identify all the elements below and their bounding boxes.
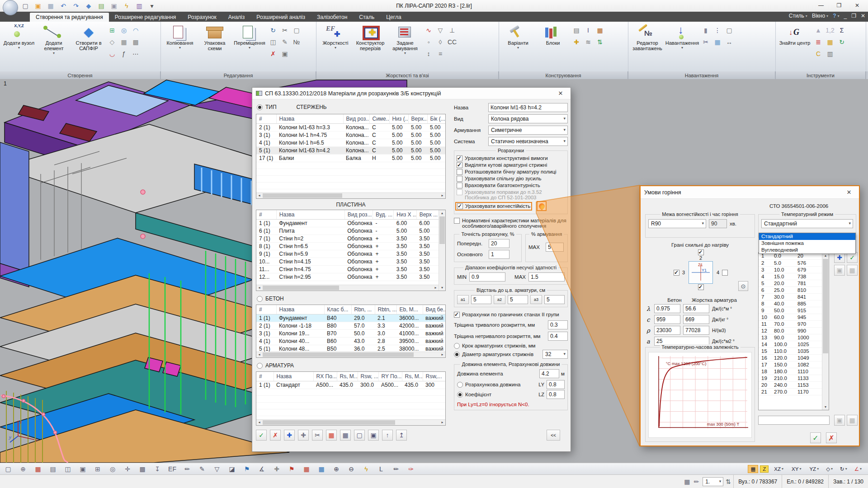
copy-doc-icon[interactable]: ▢	[354, 430, 365, 441]
lambda-rebar-input[interactable]: 56.6	[683, 304, 709, 313]
table-row[interactable]: 2 (1)Колони lvl1-63 h=3.3Колона...С5.005…	[256, 124, 446, 131]
c-concrete-input[interactable]: 959	[654, 315, 680, 324]
z-cube-button[interactable]: Z	[760, 465, 769, 473]
column-header[interactable]: #	[256, 372, 274, 381]
table-row[interactable]: 19210.01133	[759, 375, 822, 381]
orbit-icon[interactable]: ⊕	[19, 465, 28, 473]
column-header[interactable]: Вуд. ...	[373, 210, 394, 220]
node-series-icon[interactable]: ⋯	[130, 48, 141, 59]
erase-icon[interactable]: ✗	[268, 48, 278, 59]
hammer-section-icon[interactable]: ✚	[272, 465, 281, 473]
ribbon-button-loads[interactable]: Навантаження▾	[665, 23, 699, 70]
camera-icon[interactable]: ▣	[109, 2, 118, 9]
frame-icon[interactable]: ⊞	[107, 25, 118, 36]
radio-step-row[interactable]: Крок арматурних стрижнів, мм	[454, 343, 568, 349]
move-tool-icon[interactable]: ✛	[123, 465, 132, 473]
table-row[interactable]: 6 (1)ПлитаОболонка-5.005.00	[256, 227, 439, 235]
radio-diameter[interactable]	[454, 352, 460, 357]
column-header[interactable]: Назва	[276, 114, 343, 124]
tab-2[interactable]: Розрахунок	[182, 13, 222, 22]
table-row[interactable]: 12...Стіни h=2.95Оболонка+3.503.50	[256, 273, 439, 281]
face-bottom-checkbox[interactable]	[698, 284, 704, 290]
face-top-checkbox[interactable]	[698, 249, 704, 255]
apply-icon[interactable]: ✓	[256, 430, 267, 441]
column-header[interactable]: RX По...	[313, 372, 337, 381]
column-header[interactable]: Rbn, ...	[351, 305, 375, 314]
menu-style[interactable]: Стиль▾	[789, 13, 807, 19]
numbers-icon[interactable]: 1,2	[825, 25, 835, 36]
a2-icon[interactable]: a2	[494, 295, 505, 304]
table-row[interactable]: 3 (1)Колони lvl-1 h=4.75Колона...С5.005.…	[256, 131, 446, 139]
add-green-icon[interactable]: ⇅	[594, 37, 605, 47]
truss-icon[interactable]: ◇	[107, 37, 118, 47]
note-input[interactable]	[758, 416, 830, 425]
tab-0[interactable]: Створення та редагування	[30, 13, 109, 22]
checkbox-item-5[interactable]: Ураховувати поправки до п.3.52 Посібника…	[457, 189, 565, 200]
column-header[interactable]: Назва	[276, 210, 344, 220]
cancel-button[interactable]: ✗	[826, 432, 837, 443]
max-input[interactable]: 1.5	[528, 272, 565, 282]
ribbon-button-section-constructor[interactable]: Конструктор перерізів	[354, 23, 387, 70]
fire-time-input[interactable]: 90	[709, 219, 727, 228]
dialog-close-button[interactable]: ✕	[554, 90, 567, 97]
tab-5[interactable]: Залізобетон	[311, 13, 353, 22]
new-document-icon[interactable]: ▢	[21, 2, 30, 9]
dropdown-option[interactable]: Вуглеводневий	[759, 247, 855, 253]
lightning-icon[interactable]: ϟ	[362, 465, 371, 473]
select-region-icon[interactable]: ▢	[4, 465, 13, 473]
horizontal-scrollbar[interactable]: ◂▸	[256, 285, 439, 291]
column-header[interactable]: RY По...	[378, 372, 402, 381]
table-edit-icon[interactable]: ▦	[340, 430, 351, 441]
table-row[interactable]: 4 (1)Колони 40...B6043.02.839500...важки…	[256, 338, 446, 345]
dropdown-option[interactable]: Стандартний	[759, 233, 855, 240]
add-lines-icon[interactable]: ≋	[583, 37, 594, 47]
table-row[interactable]: 1390.01000	[759, 334, 822, 341]
table-row[interactable]	[256, 389, 446, 396]
table-row[interactable]: 17 (1)БалкиБалкаН5.005.005.00	[256, 155, 446, 162]
section-cube-icon[interactable]: ◪	[227, 465, 236, 473]
mesh-icon[interactable]: ▩	[130, 37, 141, 47]
checkbox-limit-states[interactable]: Розрахунки по граничних станах II групи	[454, 312, 568, 318]
checkbox-box[interactable]	[457, 176, 462, 182]
cut-icon[interactable]: ✂	[312, 430, 323, 441]
pencil2-icon[interactable]: ✏	[392, 465, 401, 473]
open-file-icon[interactable]: ▣	[33, 2, 42, 9]
ribbon-button-stiffness[interactable]: Жорсткості▾	[319, 23, 352, 70]
column-header[interactable]: Rbtn, ...	[375, 305, 396, 314]
ribbon-button-load-editor[interactable]: Редактор завантажень	[631, 23, 664, 70]
radio-step[interactable]	[454, 343, 460, 349]
vertical-scrollbar[interactable]: ▴▾	[822, 253, 829, 410]
ribbon-button-copy[interactable]: Копіювання▾	[163, 23, 197, 70]
ribbon-group-label[interactable]: Навантаження	[628, 71, 776, 79]
lz-input[interactable]: 0.8	[547, 390, 565, 399]
radio-calc-length-row[interactable]: Розрахункова довжина LY 0.8	[457, 380, 565, 389]
save-icon[interactable]: ▦	[46, 2, 55, 9]
face-right-checkbox[interactable]	[722, 270, 728, 276]
coords-l-icon[interactable]: L	[377, 465, 386, 473]
table-row[interactable]: 625.0810	[759, 286, 822, 293]
level-icon[interactable]: ≡	[435, 48, 446, 59]
mark-pencil-icon[interactable]: ✏	[693, 478, 699, 485]
ly-input[interactable]: 0.8	[547, 380, 565, 389]
cc-units-icon[interactable]: CC	[447, 37, 458, 47]
target-icon[interactable]: ◎	[108, 465, 117, 473]
tie-icon[interactable]: ↕	[423, 48, 434, 59]
ribbon-button-pack[interactable]: Упаковка схеми	[198, 23, 231, 70]
face-left-checkbox[interactable]	[674, 270, 679, 276]
temp-mode-dropdown[interactable]: СтандартнийЗовнішня пожежаВуглеводневий	[759, 233, 856, 254]
temp-mode-combo[interactable]: Стандартний	[761, 219, 853, 228]
numbering-icon[interactable]: №	[291, 37, 302, 47]
a1-icon[interactable]: a1	[457, 295, 469, 304]
table-row[interactable]	[256, 403, 446, 409]
diagram-icon[interactable]: ≣	[813, 37, 824, 47]
column-header[interactable]: Верх...	[408, 114, 427, 124]
tab-3[interactable]: Аналіз	[222, 13, 250, 22]
delete-icon[interactable]: ✗	[270, 430, 281, 441]
checkbox-normative[interactable]: Нормативні характеристики матеріалів для…	[454, 218, 568, 229]
column-header[interactable]: Rs, М...	[337, 372, 358, 381]
block-blue-icon[interactable]: ▦	[317, 465, 326, 473]
rebar-cage-icon[interactable]: ▤	[571, 25, 582, 36]
z-function-icon[interactable]: ƒ	[118, 48, 129, 59]
undo-icon[interactable]: ↶	[59, 2, 68, 9]
radio-coef[interactable]	[457, 392, 463, 398]
